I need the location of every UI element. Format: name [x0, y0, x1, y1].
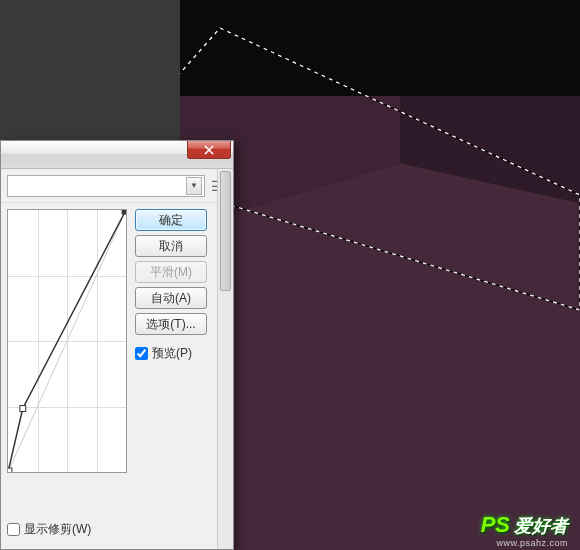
close-icon	[204, 145, 214, 155]
svg-rect-5	[20, 406, 26, 412]
preview-checkbox[interactable]: 预览(P)	[135, 345, 207, 362]
show-clipping-input[interactable]	[7, 523, 20, 536]
auto-button[interactable]: 自动(A)	[135, 287, 207, 309]
curve-path	[8, 210, 126, 472]
preset-dropdown[interactable]: ▼	[7, 175, 205, 197]
watermark-text: 爱好者	[514, 514, 568, 538]
watermark: PS 爱好者	[481, 512, 568, 538]
show-clipping-label: 显示修剪(W)	[24, 521, 91, 538]
preset-row: ▼ ☰	[1, 169, 233, 203]
canvas-workspace[interactable]	[180, 0, 580, 550]
preview-label: 预览(P)	[152, 345, 192, 362]
smooth-button: 平滑(M)	[135, 261, 207, 283]
document-artwork	[180, 48, 580, 550]
ok-button[interactable]: 确定	[135, 209, 207, 231]
options-button[interactable]: 选项(T)...	[135, 313, 207, 335]
watermark-prefix: PS	[481, 512, 510, 538]
chevron-down-icon: ▼	[186, 177, 202, 195]
cancel-button[interactable]: 取消	[135, 235, 207, 257]
curves-graph[interactable]	[7, 209, 127, 473]
dialog-scrollbar[interactable]	[217, 169, 233, 549]
svg-rect-6	[122, 210, 126, 214]
curves-dialog: ▼ ☰ 显示修剪(W)	[0, 140, 234, 550]
dialog-titlebar[interactable]	[1, 141, 233, 169]
watermark-url: www.psahz.com	[496, 538, 568, 548]
svg-line-3	[8, 210, 126, 472]
show-clipping-checkbox[interactable]: 显示修剪(W)	[7, 521, 127, 538]
scrollbar-thumb[interactable]	[220, 171, 231, 291]
preview-input[interactable]	[135, 347, 148, 360]
svg-marker-2	[180, 163, 580, 550]
close-button[interactable]	[187, 141, 231, 159]
svg-rect-4	[8, 468, 12, 472]
